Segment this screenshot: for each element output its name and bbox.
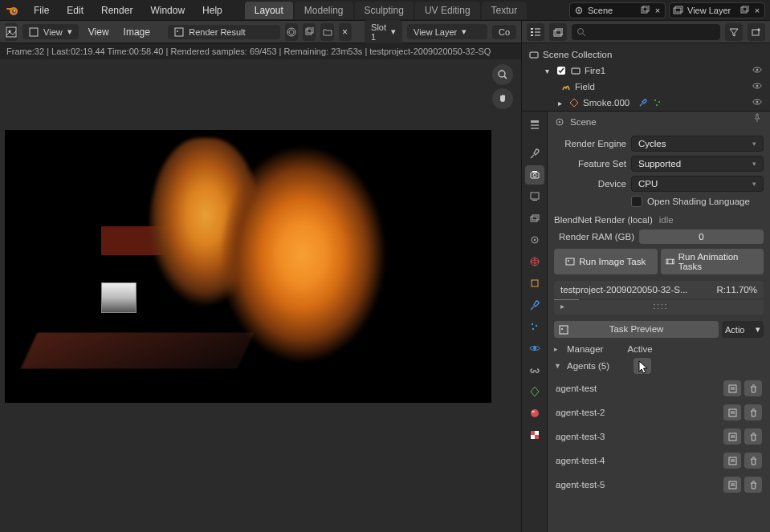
tab-particles-icon[interactable] (525, 317, 544, 336)
svg-rect-11 (6, 27, 16, 37)
outliner-editor-button[interactable] (527, 23, 544, 41)
image-datablock[interactable]: Render Result (168, 25, 280, 39)
view-mode-select[interactable]: View ▾ (22, 24, 79, 39)
view-menu[interactable]: View (84, 26, 114, 38)
pass-select[interactable]: Co (492, 25, 516, 39)
tab-viewlayer-icon[interactable] (525, 209, 544, 228)
add-agent-button[interactable]: + (634, 358, 651, 374)
modifier-wrench-icon[interactable] (638, 97, 649, 108)
agent-row[interactable]: agent-test-3 (554, 426, 764, 447)
agent-info-button[interactable] (723, 453, 741, 469)
run-animation-button[interactable]: Run Animation Tasks (661, 249, 764, 274)
open-image-button[interactable] (320, 23, 333, 41)
new-viewlayer-icon[interactable] (739, 5, 750, 16)
agent-info-button[interactable] (723, 404, 741, 420)
scene-selector[interactable]: Scene × (569, 2, 666, 18)
tab-material-icon[interactable] (525, 404, 544, 423)
agent-info-button[interactable] (723, 477, 741, 493)
delete-viewlayer-icon[interactable]: × (752, 5, 763, 16)
magnify-button[interactable] (492, 64, 513, 85)
task-action-select[interactable]: Actio▾ (722, 321, 764, 338)
unlink-image-button[interactable]: × (339, 23, 352, 41)
checkbox-icon[interactable] (556, 65, 567, 76)
agent-row[interactable]: agent-test-2 (554, 402, 764, 423)
pin-icon[interactable] (752, 113, 762, 123)
new-collection-button[interactable] (748, 23, 765, 41)
render-engine-select[interactable]: Cycles▾ (631, 136, 764, 152)
editor-type-icon[interactable] (525, 115, 544, 134)
tab-modifier-icon[interactable] (525, 295, 544, 315)
task-row[interactable]: testproject-2009020050-32-S... R:11.70% (554, 281, 764, 298)
agents-header-row[interactable]: ▼ Agents (5) + (554, 358, 764, 374)
manager-row[interactable]: ▸ Manager Active (554, 344, 764, 354)
svg-rect-8 (675, 6, 682, 12)
agent-row[interactable]: agent-test-4 (554, 450, 764, 471)
tree-item-field[interactable]: Field (528, 79, 764, 95)
chevron-right-icon[interactable]: ▸ (554, 97, 565, 108)
agent-row[interactable]: agent-test-5 (554, 474, 764, 495)
tab-world-icon[interactable] (525, 252, 544, 271)
svg-point-59 (531, 323, 532, 325)
task-preview-button[interactable]: Task Preview (554, 321, 719, 338)
tree-item-fire1[interactable]: ▾ Fire1 (528, 63, 764, 79)
agent-info-button[interactable] (723, 380, 741, 396)
chevron-down-icon[interactable]: ▾ (541, 65, 552, 76)
render-ram-field[interactable]: 0 (639, 229, 764, 244)
tab-sculpting[interactable]: Sculpting (355, 2, 414, 19)
fake-user-button[interactable] (285, 23, 298, 41)
tab-texture[interactable]: Textur (482, 2, 528, 19)
agent-delete-button[interactable] (744, 477, 762, 493)
feature-set-select[interactable]: Supported▾ (631, 156, 764, 172)
outliner-tree[interactable]: Scene Collection ▾ Fire1 Field ▸ Smoke.0… (522, 43, 770, 111)
eye-icon[interactable] (752, 81, 764, 92)
agent-row[interactable]: agent-test (554, 378, 764, 399)
tab-layout[interactable]: Layout (245, 2, 293, 19)
new-image-button[interactable] (303, 23, 316, 41)
delete-scene-icon[interactable]: × (652, 5, 663, 16)
agent-delete-button[interactable] (744, 380, 762, 396)
svg-rect-67 (535, 431, 539, 435)
image-menu[interactable]: Image (119, 26, 155, 38)
tab-uv-editing[interactable]: UV Editing (415, 2, 480, 19)
particles-icon[interactable] (652, 97, 663, 108)
menu-file[interactable]: File (26, 2, 57, 19)
agent-delete-button[interactable] (744, 428, 762, 445)
outliner-search[interactable] (572, 24, 720, 40)
agent-delete-button[interactable] (744, 404, 762, 420)
outliner-display-mode[interactable] (549, 23, 567, 41)
outliner-filter-button[interactable] (725, 23, 743, 41)
run-image-button[interactable]: Run Image Task (554, 249, 658, 274)
tab-render-icon[interactable] (525, 165, 544, 185)
osl-checkbox[interactable] (631, 196, 642, 207)
viewlayer-select[interactable]: View Layer▾ (407, 24, 487, 39)
tab-data-icon[interactable] (525, 382, 544, 401)
viewlayer-selector[interactable]: View Layer × (669, 2, 765, 18)
chevron-down-icon[interactable]: ▼ (554, 362, 562, 370)
eye-icon[interactable] (752, 65, 764, 76)
chevron-right-icon[interactable]: ▸ (554, 345, 562, 353)
tree-scene-collection[interactable]: Scene Collection (528, 47, 764, 63)
menu-window[interactable]: Window (142, 2, 193, 19)
tab-scene-icon[interactable] (525, 230, 544, 250)
task-drag-handle[interactable]: ▸:::: (554, 300, 764, 315)
menu-edit[interactable]: Edit (59, 2, 92, 19)
agent-info-button[interactable] (723, 428, 741, 445)
tree-item-smoke000[interactable]: ▸ Smoke.000 (528, 95, 764, 111)
tab-texture-icon[interactable] (525, 425, 544, 445)
device-select[interactable]: CPU▾ (631, 176, 764, 192)
menu-help[interactable]: Help (194, 2, 230, 19)
pan-hand-button[interactable] (492, 88, 513, 109)
new-scene-icon[interactable] (639, 5, 650, 16)
eye-icon[interactable] (752, 97, 764, 108)
slot-select[interactable]: Slot 1▾ (365, 20, 402, 44)
tab-object-icon[interactable] (525, 274, 544, 293)
tab-tool-icon[interactable] (525, 144, 544, 163)
editor-type-button[interactable] (5, 23, 18, 41)
tab-constraints-icon[interactable] (525, 360, 544, 380)
render-viewport[interactable] (0, 59, 521, 532)
tab-physics-icon[interactable] (525, 339, 544, 358)
menu-render[interactable]: Render (93, 2, 141, 19)
tab-modeling[interactable]: Modeling (295, 2, 353, 19)
tab-output-icon[interactable] (525, 187, 544, 206)
agent-delete-button[interactable] (744, 453, 762, 469)
